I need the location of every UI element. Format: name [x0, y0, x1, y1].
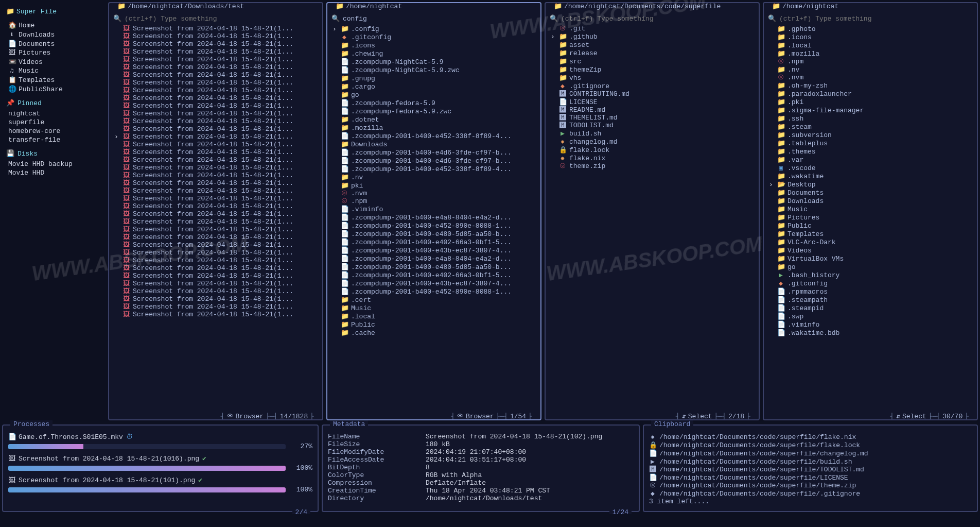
sidebar-item-pictures[interactable]: 🖼Pictures — [6, 48, 101, 57]
file-item[interactable]: 🖼 Screenshot from 2024-04-18 15-48-21(1.… — [113, 40, 318, 48]
file-item[interactable]: 📁 .dotnet — [331, 115, 536, 124]
file-item[interactable]: 🖼 Screenshot from 2024-04-18 15-48-21(1.… — [113, 187, 318, 195]
sidebar-item-documents[interactable]: 📄Documents — [6, 39, 101, 48]
file-item[interactable]: 📄 .zcompdump-2001-b400-e452-338f-8f89-4.… — [331, 132, 536, 140]
file-item[interactable]: 📁 .sigma-file-manager — [768, 106, 973, 114]
file-item[interactable]: 🖼 Screenshot from 2024-04-18 15-48-21(1.… — [113, 63, 318, 71]
file-item[interactable]: 📁 .steam — [768, 123, 973, 131]
file-item[interactable]: 📁 vhs — [550, 74, 755, 82]
file-item[interactable]: 📁 .local — [768, 41, 973, 49]
file-item[interactable]: 📄 .zcompdump-2001-b400-e452-890e-8088-1.… — [331, 222, 536, 230]
file-item[interactable]: 🖼 Screenshot from 2024-04-18 15-48-21(1.… — [113, 210, 318, 218]
search-input[interactable] — [561, 15, 755, 23]
file-item[interactable]: 🅼 README.md — [550, 106, 755, 114]
file-panel-3[interactable]: 📁 /home/nightcat 🔍 📁 .gphoto 📁 .icons 📁 … — [763, 2, 978, 420]
file-item[interactable]: 📁 Videos — [768, 246, 973, 254]
file-item[interactable]: 📄 .zcompdump-2001-b400-e43b-ec87-3807-4.… — [331, 246, 536, 254]
file-item[interactable]: 🖼 Screenshot from 2024-04-18 15-48-21(1.… — [113, 32, 318, 40]
file-item[interactable]: 📁 .local — [331, 312, 536, 320]
pinned-item[interactable]: superfile — [6, 118, 101, 127]
file-item[interactable]: 📁 .mozilla — [768, 49, 973, 58]
file-item[interactable]: 📁 .icons — [768, 33, 973, 41]
file-item[interactable]: 📁 .nv — [331, 173, 536, 181]
file-item[interactable]: 📄 .viminfo — [768, 320, 973, 329]
file-item[interactable]: 🖼 Screenshot from 2024-04-18 15-48-21(1.… — [113, 202, 318, 210]
file-item[interactable]: 🖼 Screenshot from 2024-04-18 15-48-21(1.… — [113, 25, 318, 32]
file-item[interactable]: 📁 .nv — [768, 65, 973, 74]
file-item[interactable]: 📁 .mozilla — [331, 124, 536, 132]
search-input[interactable] — [343, 15, 536, 23]
file-item[interactable]: 🖼 Screenshot from 2024-04-18 15-48-21(1.… — [113, 172, 318, 179]
file-item[interactable]: 🅼 CONTRIBUTING.md — [550, 90, 755, 98]
file-item[interactable]: 📄 .zcompdump-2001-b400-e402-66a3-0bf1-5.… — [331, 238, 536, 246]
file-item[interactable]: › 🖼 Screenshot from 2024-04-18 15-48-21(… — [113, 133, 318, 141]
file-item[interactable]: 📄 .zcompdump-2001-b400-e4d6-3fde-cf97-b.… — [331, 148, 536, 157]
file-item[interactable]: ▣ .vscode — [768, 164, 973, 172]
file-item[interactable]: ▶ build.sh — [550, 129, 755, 138]
file-item[interactable]: ◆ .gitconfig — [331, 33, 536, 41]
file-item[interactable]: 📁 .var — [768, 156, 973, 164]
pinned-item[interactable]: homebrew-core — [6, 127, 101, 135]
file-item[interactable]: ✸ changelog.md — [550, 138, 755, 146]
file-item[interactable]: 📄 .zcompdump-fedora-5.9 — [331, 99, 536, 107]
file-item[interactable]: 📄 .zcompdump-2001-b400-e452-890e-8088-1.… — [331, 287, 536, 296]
file-item[interactable]: 🖼 Screenshot from 2024-04-18 15-48-21(1.… — [113, 125, 318, 133]
file-item[interactable]: 📁 src — [550, 57, 755, 65]
file-item[interactable]: 📁 Public — [331, 320, 536, 329]
file-item[interactable]: 📄 .steampid — [768, 304, 973, 312]
file-item[interactable]: 📄 .zcompdump-2001-b400-e480-5d85-aa50-b.… — [331, 230, 536, 238]
file-item[interactable]: 🖼 Screenshot from 2024-04-18 15-48-21(1.… — [113, 249, 318, 257]
file-item[interactable]: 📄 .zcompdump-2001-b400-e452-338f-8f89-4.… — [331, 165, 536, 173]
file-item[interactable]: 🖼 Screenshot from 2024-04-18 15-48-21(1.… — [113, 110, 318, 117]
file-item[interactable]: 📁 release — [550, 49, 755, 57]
file-item[interactable]: 🖼 Screenshot from 2024-04-18 15-48-21(1.… — [113, 156, 318, 164]
file-item[interactable]: 📄 .zcompdump-2001-b400-e402-66a3-0bf1-5.… — [331, 271, 536, 279]
file-item[interactable]: 🖼 Screenshot from 2024-04-18 15-48-21(1.… — [113, 264, 318, 272]
file-item[interactable]: 📁 .gphoto — [768, 25, 973, 33]
file-item[interactable]: 🖼 Screenshot from 2024-04-18 15-48-21(1.… — [113, 48, 318, 56]
sidebar-item-videos[interactable]: 📼Videos — [6, 57, 101, 66]
file-item[interactable]: 📁 .paradoxlauncher — [768, 90, 973, 98]
file-item[interactable]: 🖼 Screenshot from 2024-04-18 15-48-21(1.… — [113, 87, 318, 94]
file-item[interactable]: 🖼 Screenshot from 2024-04-18 15-48-21(1.… — [113, 272, 318, 280]
file-item[interactable]: 📁 .cache — [331, 329, 536, 337]
file-item[interactable]: 📁 pki — [331, 181, 536, 190]
file-item[interactable]: 🖼 Screenshot from 2024-04-18 15-48-21(1.… — [113, 287, 318, 295]
pinned-item[interactable]: transfer-file — [6, 135, 101, 144]
file-item[interactable]: 📁 Public — [768, 222, 973, 230]
file-item[interactable]: › 📂 Desktop — [768, 180, 973, 189]
file-item[interactable]: 📁 .tableplus — [768, 139, 973, 147]
file-item[interactable]: 🖼 Screenshot from 2024-04-18 15-48-21(1.… — [113, 303, 318, 311]
file-item[interactable]: 📄 .zcompdump-2001-b400-e4a8-8404-e4a2-d.… — [331, 254, 536, 263]
file-item[interactable]: 📁 .ssh — [768, 114, 973, 123]
file-item[interactable]: 📁 .pki — [768, 98, 973, 106]
file-item[interactable]: 🖼 Screenshot from 2024-04-18 15-48-21(1.… — [113, 102, 318, 110]
file-item[interactable]: 📁 .cert — [331, 296, 536, 304]
file-item[interactable]: 📁 Music — [331, 304, 536, 312]
file-item[interactable]: 📁 .cargo — [331, 82, 536, 91]
file-item[interactable]: 🖼 Screenshot from 2024-04-18 15-48-21(1.… — [113, 71, 318, 79]
file-panel-0[interactable]: 📁 /home/nightcat/Downloads/test 🔍 🖼 Scre… — [108, 2, 323, 420]
file-item[interactable]: 📁 Templates — [768, 230, 973, 238]
file-item[interactable]: 📁 go — [768, 263, 973, 271]
file-item[interactable]: 📁 VirtualBox VMs — [768, 254, 973, 263]
file-item[interactable]: 📁 Downloads — [331, 140, 536, 148]
file-item[interactable]: 📄 LICENSE — [550, 98, 755, 106]
file-item[interactable]: ◆ .gitignore — [550, 82, 755, 90]
sidebar-item-music[interactable]: ♫Music — [6, 66, 101, 75]
file-item[interactable]: 🖼 Screenshot from 2024-04-18 15-48-21(1.… — [113, 280, 318, 287]
file-item[interactable]: 📁 Pictures — [768, 213, 973, 222]
file-item[interactable]: 📁 asset — [550, 41, 755, 49]
file-item[interactable]: ⦾ .git — [550, 25, 755, 32]
file-item[interactable]: 📄 .zcompdump-2001-b400-e43b-ec87-3807-4.… — [331, 279, 536, 287]
disk-item[interactable]: Movie HHD — [6, 168, 101, 177]
search-input[interactable] — [125, 15, 318, 23]
file-item[interactable]: 📄 .zcompdump-NightCat-5.9.zwc — [331, 66, 536, 74]
file-item[interactable]: 🖼 Screenshot from 2024-04-18 15-48-21(1.… — [113, 233, 318, 241]
sidebar-item-templates[interactable]: 📋Templates — [6, 75, 101, 84]
file-item[interactable]: 🖼 Screenshot from 2024-04-18 15-48-21(1.… — [113, 79, 318, 87]
pinned-item[interactable]: nightcat — [6, 109, 101, 118]
file-item[interactable]: 🅼 TODOLIST.md — [550, 122, 755, 129]
file-item[interactable]: 📄 .zcompdump-fedora-5.9.zwc — [331, 107, 536, 115]
file-item[interactable]: 🖼 Screenshot from 2024-04-18 15-48-21(1.… — [113, 241, 318, 249]
